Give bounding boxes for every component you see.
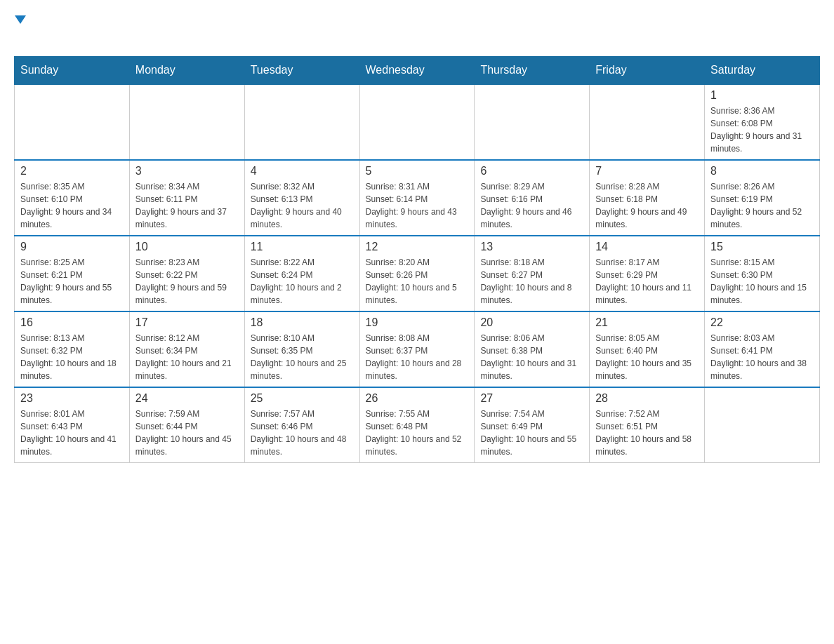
day-info: Sunrise: 8:34 AMSunset: 6:11 PMDaylight:…	[135, 180, 239, 231]
day-number: 17	[135, 316, 239, 329]
calendar-week-row: 2Sunrise: 8:35 AMSunset: 6:10 PMDaylight…	[15, 160, 820, 236]
calendar-cell: 3Sunrise: 8:34 AMSunset: 6:11 PMDaylight…	[129, 160, 244, 236]
day-info: Sunrise: 8:13 AMSunset: 6:32 PMDaylight:…	[20, 332, 124, 382]
day-info: Sunrise: 8:01 AMSunset: 6:43 PMDaylight:…	[20, 408, 124, 458]
logo	[14, 14, 25, 49]
day-of-week-header: Sunday	[15, 57, 130, 85]
calendar-cell: 25Sunrise: 7:57 AMSunset: 6:46 PMDayligh…	[244, 387, 359, 463]
day-number: 9	[20, 241, 124, 253]
calendar-cell: 22Sunrise: 8:03 AMSunset: 6:41 PMDayligh…	[705, 311, 820, 387]
calendar-body: 1Sunrise: 8:36 AMSunset: 6:08 PMDaylight…	[15, 84, 820, 463]
calendar-cell: 11Sunrise: 8:22 AMSunset: 6:24 PMDayligh…	[244, 236, 359, 311]
day-number: 28	[595, 392, 699, 405]
calendar-cell	[244, 84, 359, 160]
day-info: Sunrise: 8:32 AMSunset: 6:13 PMDaylight:…	[251, 180, 354, 231]
day-number: 3	[135, 165, 239, 177]
day-info: Sunrise: 8:22 AMSunset: 6:24 PMDaylight:…	[251, 256, 354, 307]
day-info: Sunrise: 8:03 AMSunset: 6:41 PMDaylight:…	[710, 332, 814, 382]
day-info: Sunrise: 8:28 AMSunset: 6:18 PMDaylight:…	[595, 180, 699, 231]
calendar-cell	[475, 84, 590, 160]
day-info: Sunrise: 8:18 AMSunset: 6:27 PMDaylight:…	[480, 256, 583, 307]
day-number: 27	[480, 392, 583, 405]
day-number: 26	[366, 392, 469, 405]
calendar-cell	[705, 387, 820, 463]
day-number: 12	[366, 241, 469, 253]
day-info: Sunrise: 7:57 AMSunset: 6:46 PMDaylight:…	[251, 408, 354, 458]
calendar-cell: 10Sunrise: 8:23 AMSunset: 6:22 PMDayligh…	[129, 236, 244, 311]
day-info: Sunrise: 8:06 AMSunset: 6:38 PMDaylight:…	[480, 332, 583, 382]
calendar-cell: 9Sunrise: 8:25 AMSunset: 6:21 PMDaylight…	[15, 236, 130, 311]
day-of-week-header: Friday	[590, 57, 705, 85]
day-number: 5	[366, 165, 469, 177]
calendar-cell: 20Sunrise: 8:06 AMSunset: 6:38 PMDayligh…	[475, 311, 590, 387]
calendar-cell: 12Sunrise: 8:20 AMSunset: 6:26 PMDayligh…	[359, 236, 475, 311]
day-number: 11	[251, 241, 354, 253]
calendar-cell: 1Sunrise: 8:36 AMSunset: 6:08 PMDaylight…	[705, 84, 820, 160]
calendar-cell: 7Sunrise: 8:28 AMSunset: 6:18 PMDaylight…	[590, 160, 705, 236]
day-info: Sunrise: 8:10 AMSunset: 6:35 PMDaylight:…	[251, 332, 354, 382]
day-info: Sunrise: 8:15 AMSunset: 6:30 PMDaylight:…	[710, 256, 814, 307]
day-of-week-header: Tuesday	[244, 57, 359, 85]
calendar-header: SundayMondayTuesdayWednesdayThursdayFrid…	[15, 57, 820, 85]
calendar-cell: 16Sunrise: 8:13 AMSunset: 6:32 PMDayligh…	[15, 311, 130, 387]
day-number: 21	[595, 316, 699, 329]
calendar-table: SundayMondayTuesdayWednesdayThursdayFrid…	[14, 56, 820, 463]
day-number: 6	[480, 165, 583, 177]
day-number: 8	[710, 165, 814, 177]
day-info: Sunrise: 8:05 AMSunset: 6:40 PMDaylight:…	[595, 332, 699, 382]
day-number: 4	[251, 165, 354, 177]
calendar-week-row: 1Sunrise: 8:36 AMSunset: 6:08 PMDaylight…	[15, 84, 820, 160]
day-info: Sunrise: 8:23 AMSunset: 6:22 PMDaylight:…	[135, 256, 239, 307]
day-number: 7	[595, 165, 699, 177]
day-number: 25	[251, 392, 354, 405]
day-number: 15	[710, 241, 814, 253]
day-number: 18	[251, 316, 354, 329]
day-number: 19	[366, 316, 469, 329]
calendar-cell: 18Sunrise: 8:10 AMSunset: 6:35 PMDayligh…	[244, 311, 359, 387]
calendar-cell: 23Sunrise: 8:01 AMSunset: 6:43 PMDayligh…	[15, 387, 130, 463]
day-number: 10	[135, 241, 239, 253]
day-info: Sunrise: 8:29 AMSunset: 6:16 PMDaylight:…	[480, 180, 583, 231]
day-of-week-header: Wednesday	[359, 57, 475, 85]
day-info: Sunrise: 8:36 AMSunset: 6:08 PMDaylight:…	[710, 105, 814, 155]
calendar-cell: 27Sunrise: 7:54 AMSunset: 6:49 PMDayligh…	[475, 387, 590, 463]
day-info: Sunrise: 7:54 AMSunset: 6:49 PMDaylight:…	[480, 408, 583, 458]
day-info: Sunrise: 8:12 AMSunset: 6:34 PMDaylight:…	[135, 332, 239, 382]
day-number: 2	[20, 165, 124, 177]
day-info: Sunrise: 8:31 AMSunset: 6:14 PMDaylight:…	[366, 180, 469, 231]
day-of-week-header: Monday	[129, 57, 244, 85]
day-number: 23	[20, 392, 124, 405]
day-info: Sunrise: 8:26 AMSunset: 6:19 PMDaylight:…	[710, 180, 814, 231]
day-info: Sunrise: 7:55 AMSunset: 6:48 PMDaylight:…	[366, 408, 469, 458]
calendar-cell	[359, 84, 475, 160]
day-info: Sunrise: 8:08 AMSunset: 6:37 PMDaylight:…	[366, 332, 469, 382]
day-info: Sunrise: 7:59 AMSunset: 6:44 PMDaylight:…	[135, 408, 239, 458]
calendar-cell: 19Sunrise: 8:08 AMSunset: 6:37 PMDayligh…	[359, 311, 475, 387]
day-number: 13	[480, 241, 583, 253]
page-header	[14, 14, 820, 49]
days-of-week-row: SundayMondayTuesdayWednesdayThursdayFrid…	[15, 57, 820, 85]
calendar-cell: 6Sunrise: 8:29 AMSunset: 6:16 PMDaylight…	[475, 160, 590, 236]
day-number: 20	[480, 316, 583, 329]
day-info: Sunrise: 7:52 AMSunset: 6:51 PMDaylight:…	[595, 408, 699, 458]
day-number: 22	[710, 316, 814, 329]
day-info: Sunrise: 8:20 AMSunset: 6:26 PMDaylight:…	[366, 256, 469, 307]
day-info: Sunrise: 8:17 AMSunset: 6:29 PMDaylight:…	[595, 256, 699, 307]
calendar-cell: 15Sunrise: 8:15 AMSunset: 6:30 PMDayligh…	[705, 236, 820, 311]
day-info: Sunrise: 8:25 AMSunset: 6:21 PMDaylight:…	[20, 256, 124, 307]
calendar-cell	[129, 84, 244, 160]
day-number: 16	[20, 316, 124, 329]
calendar-week-row: 16Sunrise: 8:13 AMSunset: 6:32 PMDayligh…	[15, 311, 820, 387]
day-of-week-header: Saturday	[705, 57, 820, 85]
calendar-cell: 26Sunrise: 7:55 AMSunset: 6:48 PMDayligh…	[359, 387, 475, 463]
calendar-cell: 17Sunrise: 8:12 AMSunset: 6:34 PMDayligh…	[129, 311, 244, 387]
calendar-cell	[590, 84, 705, 160]
calendar-week-row: 23Sunrise: 8:01 AMSunset: 6:43 PMDayligh…	[15, 387, 820, 463]
day-number: 24	[135, 392, 239, 405]
calendar-cell: 28Sunrise: 7:52 AMSunset: 6:51 PMDayligh…	[590, 387, 705, 463]
calendar-cell: 21Sunrise: 8:05 AMSunset: 6:40 PMDayligh…	[590, 311, 705, 387]
day-number: 14	[595, 241, 699, 253]
calendar-cell: 8Sunrise: 8:26 AMSunset: 6:19 PMDaylight…	[705, 160, 820, 236]
logo-arrow-icon	[15, 15, 26, 24]
calendar-cell	[15, 84, 130, 160]
